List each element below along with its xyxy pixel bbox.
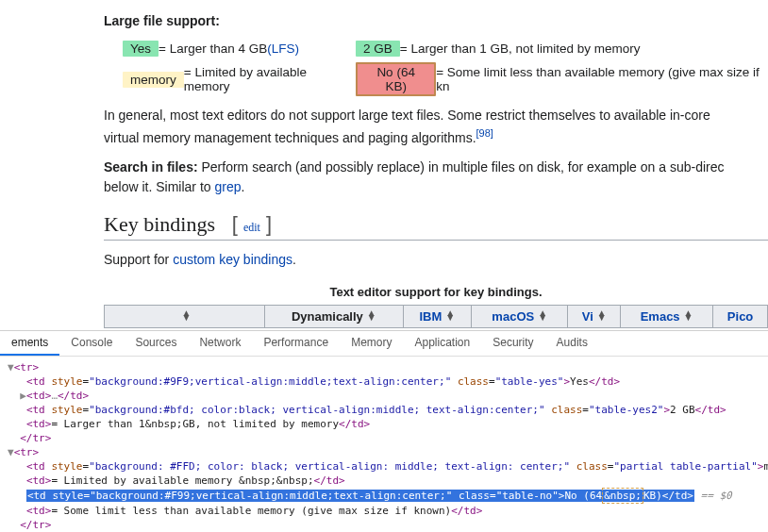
tab-memory[interactable]: Memory (340, 331, 403, 356)
th-macos[interactable]: macOS (472, 305, 568, 327)
legend-no-desc: = Some limit less than available memory … (436, 65, 768, 93)
legend-2gb: 2 GB (356, 41, 400, 57)
tab-network[interactable]: Network (188, 331, 252, 356)
devtools-panel: ements Console Sources Network Performan… (0, 330, 768, 532)
tab-security[interactable]: Security (481, 331, 544, 356)
lfs-link[interactable]: (LFS) (267, 42, 299, 56)
th-emacs[interactable]: Emacs (620, 305, 712, 327)
grep-link[interactable]: grep (214, 179, 241, 194)
sort-icon[interactable] (597, 310, 607, 320)
legend-row-2: memory = Limited by available memory No … (123, 62, 768, 96)
sort-icon[interactable] (445, 310, 455, 320)
elements-tree[interactable]: ▼<tr> <td style="background:#9F9;vertica… (0, 357, 768, 532)
tab-application[interactable]: Application (403, 331, 481, 356)
table-caption: Text editor support for key bindings. (104, 279, 768, 305)
tab-elements[interactable]: ements (0, 331, 59, 356)
legend-yes: Yes (123, 41, 159, 57)
key-bindings-table: Dynamically IBM macOS Vi Emacs Pico (104, 305, 768, 328)
search-in-files-paragraph: Search in files: Perform search (and pos… (104, 158, 768, 197)
search-in-files-label: Search in files: (104, 159, 198, 175)
th-dynamically[interactable]: Dynamically (265, 305, 404, 327)
legend-memory-desc: = Limited by available memory (184, 65, 352, 93)
th-blank[interactable] (105, 305, 265, 327)
table-header-row: Dynamically IBM macOS Vi Emacs Pico (105, 305, 768, 327)
citation-98[interactable]: [98] (476, 127, 493, 139)
legend-row-1: Yes = Larger than 4 GB (LFS) 2 GB = Larg… (123, 41, 768, 57)
edit-link[interactable]: edit (243, 221, 260, 234)
legend-memory: memory (123, 72, 184, 88)
sort-icon[interactable] (182, 310, 192, 320)
tab-audits[interactable]: Audits (545, 331, 599, 356)
devtools-tabs: ements Console Sources Network Performan… (0, 331, 768, 357)
legend-no: No (64 KB) (356, 62, 436, 96)
expand-icon: ▼ (8, 361, 14, 374)
legend-2gb-desc: = Larger than 1 GB, not limited by memor… (400, 42, 641, 56)
article-content: Large file support: Yes = Larger than 4 … (0, 0, 768, 328)
tab-console[interactable]: Console (59, 331, 124, 356)
general-paragraph: In general, most text editors do not sup… (104, 106, 768, 148)
custom-key-bindings-link[interactable]: custom key bindings (173, 252, 292, 267)
tab-performance[interactable]: Performance (252, 331, 340, 356)
expand-icon: ▶ (20, 390, 26, 402)
th-pico[interactable]: Pico (713, 305, 768, 327)
th-ibm[interactable]: IBM (403, 305, 471, 327)
tab-sources[interactable]: Sources (124, 331, 188, 356)
key-bindings-heading: Key bindings [ edit ] (104, 212, 768, 241)
nbsp-highlight: &nbsp; (602, 488, 643, 504)
sort-icon[interactable] (367, 310, 376, 320)
expand-icon: ▼ (8, 446, 14, 458)
th-vi[interactable]: Vi (568, 305, 621, 327)
sort-icon[interactable] (538, 310, 547, 320)
selected-node[interactable]: <td style="background:#F99;vertical-alig… (26, 490, 694, 502)
dollar-zero: == $0 (694, 490, 732, 502)
support-paragraph: Support for custom key bindings. (104, 250, 768, 270)
sort-icon[interactable] (684, 310, 693, 320)
legend-yes-desc: = Larger than 4 GB (159, 42, 267, 56)
large-file-support-label: Large file support: (104, 13, 220, 28)
